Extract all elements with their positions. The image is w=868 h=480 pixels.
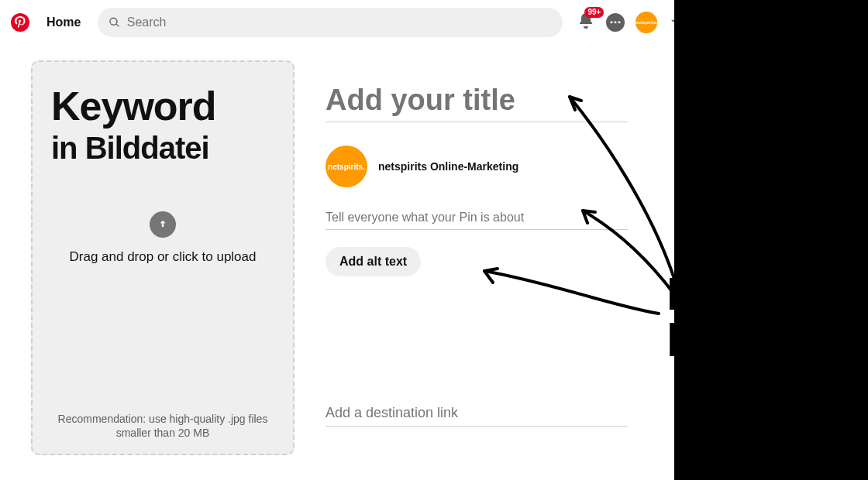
overlay-text-line2: hinz: [666, 314, 756, 366]
messages-icon[interactable]: [606, 13, 625, 32]
author-name: netspirits Online-Marketing: [378, 160, 518, 173]
upload-center: Drag and drop or click to upload: [51, 211, 274, 266]
search-input[interactable]: [127, 15, 553, 29]
upload-arrow-icon[interactable]: [150, 211, 176, 238]
upload-instructions: Drag and drop or click to upload: [51, 249, 274, 266]
overlay-text-line1: Key: [666, 268, 749, 320]
annotation-arrow-alt: [473, 259, 666, 329]
notifications-icon[interactable]: 99+: [577, 12, 595, 33]
main-area: Keyword in Bilddatei Drag and drop or cl…: [0, 45, 868, 455]
search-icon: [108, 16, 120, 29]
destination-link-input[interactable]: [326, 405, 628, 427]
add-alt-text-button[interactable]: Add alt text: [326, 247, 421, 276]
pinterest-logo-icon[interactable]: [11, 13, 29, 32]
upload-dropzone[interactable]: Keyword in Bilddatei Drag and drop or cl…: [31, 60, 294, 455]
nav-icons: 99+ netspirits.: [577, 12, 679, 33]
notification-badge: 99+: [584, 7, 604, 18]
overlay-keyword-line1: Keyword: [51, 85, 274, 128]
overlay-text: Key hinz: [666, 271, 756, 364]
author-avatar[interactable]: netspirits.: [326, 146, 367, 187]
search-bar[interactable]: [98, 8, 563, 37]
upload-recommendation: Recommendation: use high-quality .jpg fi…: [51, 412, 274, 440]
overlay-keyword-line2: in Bilddatei: [51, 131, 274, 165]
profile-avatar[interactable]: netspirits.: [636, 12, 657, 33]
home-nav-button[interactable]: Home: [37, 9, 90, 36]
